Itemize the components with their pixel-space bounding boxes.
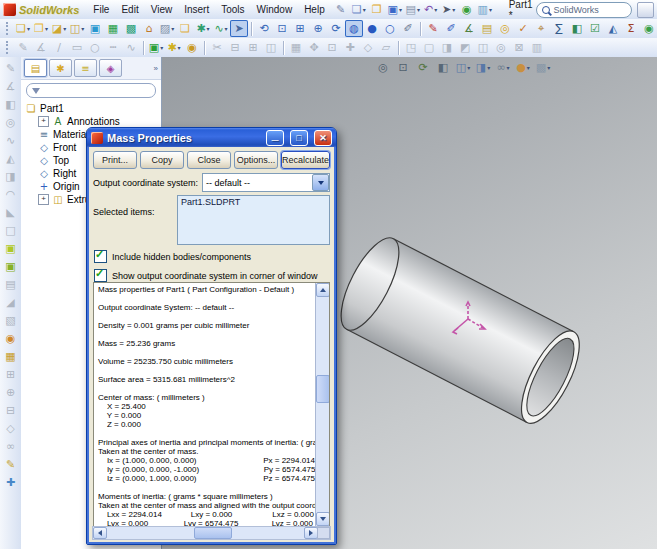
deviation-analysis-icon[interactable]: ◭ bbox=[604, 20, 622, 37]
open-document-icon[interactable]: ❐ bbox=[368, 1, 386, 18]
tab-propertymanager[interactable]: ✱ bbox=[49, 59, 72, 77]
rotate-view-icon[interactable]: ⟳ bbox=[414, 59, 432, 75]
3d-sketch-icon[interactable]: ✐ bbox=[442, 20, 460, 37]
make-assembly-icon[interactable]: ◫▾ bbox=[68, 20, 86, 37]
3d-instant-website-icon[interactable]: ▦ bbox=[104, 20, 122, 37]
search-box[interactable]: SolidWorks bbox=[536, 2, 632, 18]
model-3d-tube[interactable] bbox=[337, 227, 607, 442]
new-icon[interactable]: ❏▾ bbox=[14, 20, 32, 37]
scroll-up-icon[interactable] bbox=[316, 283, 330, 297]
zoom-fit-icon[interactable]: ⊡ bbox=[273, 20, 291, 37]
view-orientation-icon[interactable]: ◫▾ bbox=[454, 59, 472, 75]
toolbar-grip[interactable] bbox=[6, 41, 11, 54]
print-button[interactable]: Print... bbox=[93, 151, 137, 169]
output-coordinate-select[interactable]: -- default -- bbox=[202, 173, 330, 192]
recalculate-button[interactable]: Recalculate bbox=[281, 151, 330, 169]
minimize-button[interactable] bbox=[266, 130, 284, 146]
pattern-icon[interactable]: ▦ bbox=[2, 348, 20, 364]
toolbar-grip[interactable] bbox=[6, 22, 11, 35]
rebuild-icon[interactable]: ◉ bbox=[458, 1, 476, 18]
checkbox-icon[interactable] bbox=[94, 269, 107, 282]
save-icon[interactable]: ▣▾ bbox=[386, 1, 404, 18]
display-state-icon[interactable]: ▣ bbox=[2, 258, 20, 274]
view-previous-icon[interactable]: ⟲ bbox=[255, 20, 273, 37]
include-hidden-checkbox[interactable]: Include hidden bodies/components bbox=[94, 250, 329, 263]
scroll-left-icon[interactable] bbox=[93, 527, 107, 539]
selected-items-list[interactable]: Part1.SLDPRT bbox=[177, 195, 330, 245]
toolbox-icon[interactable]: ▩ bbox=[122, 20, 140, 37]
open-icon[interactable]: ❐▾ bbox=[32, 20, 50, 37]
hole-wizard-icon[interactable]: ◉ bbox=[2, 330, 20, 346]
zoom-fit-icon[interactable]: ◎ bbox=[374, 59, 392, 75]
file-explorer-icon[interactable]: ▨▾ bbox=[158, 20, 176, 37]
task-scheduler-icon[interactable]: ❏ bbox=[176, 20, 194, 37]
results-area[interactable]: Mass properties of Part1 ( Part Configur… bbox=[93, 282, 330, 527]
menu-tools[interactable]: Tools bbox=[215, 2, 250, 17]
shaded-icon[interactable]: ● bbox=[363, 20, 381, 37]
window-control-button[interactable] bbox=[637, 2, 654, 18]
smart-dimension-icon[interactable]: ∡ bbox=[460, 20, 478, 37]
selected-item[interactable]: Part1.SLDPRT bbox=[181, 197, 326, 207]
insert-component-icon[interactable]: ✚ bbox=[2, 474, 20, 490]
apply-scene-icon[interactable]: ▩▾ bbox=[534, 59, 552, 75]
shaded-with-edges-icon[interactable]: ◍ bbox=[345, 20, 363, 37]
sketch-icon[interactable]: ✎ bbox=[424, 20, 442, 37]
hide-show-bodies-icon[interactable]: ▣ bbox=[2, 240, 20, 256]
design-library-icon[interactable]: ⌂ bbox=[140, 20, 158, 37]
options-icon[interactable]: ▥▾ bbox=[476, 1, 494, 18]
copy-button[interactable]: Copy bbox=[140, 151, 184, 169]
check-entity-icon[interactable]: ☑ bbox=[586, 20, 604, 37]
menu-edit[interactable]: Edit bbox=[115, 2, 144, 17]
web-help-icon[interactable]: ✎ bbox=[332, 1, 350, 18]
tab-configurationmanager[interactable]: ≡ bbox=[74, 59, 97, 77]
display-style-icon[interactable]: ◨▾ bbox=[474, 59, 492, 75]
photoworks-icon[interactable]: ✱▾ bbox=[194, 20, 212, 37]
dialog-titlebar[interactable]: Mass Properties bbox=[87, 128, 336, 147]
chevron-down-icon[interactable] bbox=[312, 174, 329, 191]
tube-body[interactable] bbox=[337, 230, 591, 431]
scroll-right-icon[interactable] bbox=[304, 527, 318, 539]
hide-show-items-icon[interactable]: ∞▾ bbox=[494, 59, 512, 75]
options-button[interactable]: Options... bbox=[234, 151, 278, 169]
tree-item-part1[interactable]: ❏Part1 bbox=[21, 102, 161, 115]
vertical-scroll-thumb[interactable] bbox=[316, 375, 330, 403]
menu-insert[interactable]: Insert bbox=[178, 2, 215, 17]
checkbox-icon[interactable] bbox=[94, 250, 107, 263]
select-icon[interactable]: ➤ bbox=[230, 20, 248, 37]
measure-icon[interactable]: ⌖ bbox=[532, 20, 550, 37]
curvature-icon[interactable]: ◉ bbox=[640, 20, 657, 37]
zoom-selection-icon[interactable]: ⊕ bbox=[309, 20, 327, 37]
publish-edrawings-icon[interactable]: ▣ bbox=[86, 20, 104, 37]
undo-icon[interactable]: ↶▾ bbox=[422, 1, 440, 18]
tab-dimxpertmanager[interactable]: ◈ bbox=[99, 59, 122, 77]
featureworks-icon[interactable]: ▣▾ bbox=[147, 39, 165, 56]
section-view-icon[interactable]: ◧ bbox=[434, 59, 452, 75]
show-coord-checkbox[interactable]: Show output coordinate system in corner … bbox=[94, 269, 329, 282]
maximize-button[interactable] bbox=[290, 130, 308, 146]
tree-filter-input[interactable] bbox=[26, 83, 156, 98]
note-icon[interactable]: ▤ bbox=[478, 20, 496, 37]
wireframe-icon[interactable]: ○ bbox=[381, 20, 399, 37]
select-cursor-icon[interactable]: ➤▾ bbox=[440, 1, 458, 18]
vertical-scrollbar[interactable] bbox=[315, 283, 329, 526]
rotate-view-icon[interactable]: ⟳ bbox=[327, 20, 345, 37]
panel-overflow-chevron[interactable]: » bbox=[154, 64, 158, 73]
search-input-text[interactable]: SolidWorks bbox=[554, 5, 599, 15]
menu-file[interactable]: File bbox=[87, 2, 115, 17]
new-document-icon[interactable]: ❏▾ bbox=[350, 1, 368, 18]
edit-appearance2-icon[interactable]: ✎ bbox=[2, 456, 20, 472]
mass-properties-icon[interactable]: ∑ bbox=[550, 20, 568, 37]
recognize-features-icon[interactable]: ✱▾ bbox=[165, 39, 183, 56]
zoom-area-icon[interactable]: ⊞ bbox=[291, 20, 309, 37]
scroll-down-icon[interactable] bbox=[316, 512, 330, 526]
menu-view[interactable]: View bbox=[145, 2, 179, 17]
tab-featuremanager[interactable]: ▤ bbox=[24, 59, 47, 77]
horizontal-scroll-thumb[interactable] bbox=[194, 527, 232, 539]
make-drawing-icon[interactable]: ◪▾ bbox=[50, 20, 68, 37]
balloon-icon[interactable]: ◎ bbox=[496, 20, 514, 37]
tree-expander-icon[interactable]: + bbox=[38, 194, 49, 205]
close-icon[interactable] bbox=[314, 130, 332, 146]
tree-expander-icon[interactable]: + bbox=[38, 116, 49, 127]
zoom-area-icon[interactable]: ⊡ bbox=[394, 59, 412, 75]
menu-window[interactable]: Window bbox=[251, 2, 299, 17]
